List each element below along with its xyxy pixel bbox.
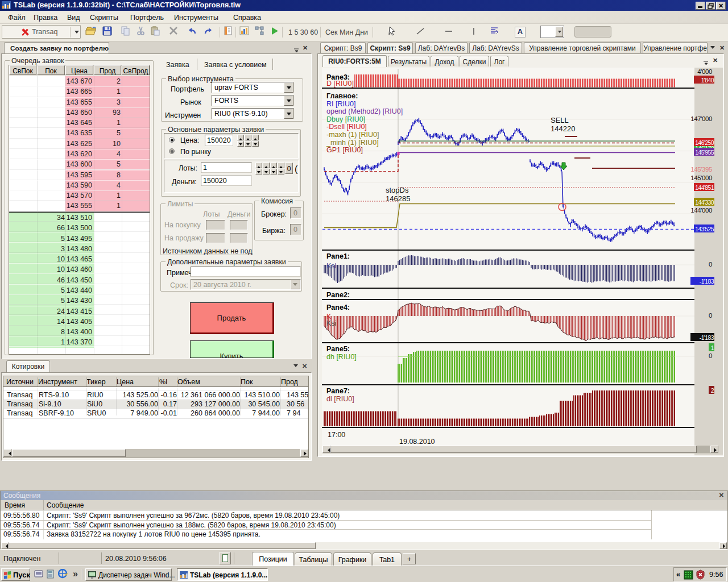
svg-text:146285: 146285 xyxy=(386,194,410,203)
svg-text:stopDs: stopDs xyxy=(386,186,409,194)
svg-text:SELL: SELL xyxy=(551,116,569,124)
svg-text:144220: 144220 xyxy=(551,124,575,133)
